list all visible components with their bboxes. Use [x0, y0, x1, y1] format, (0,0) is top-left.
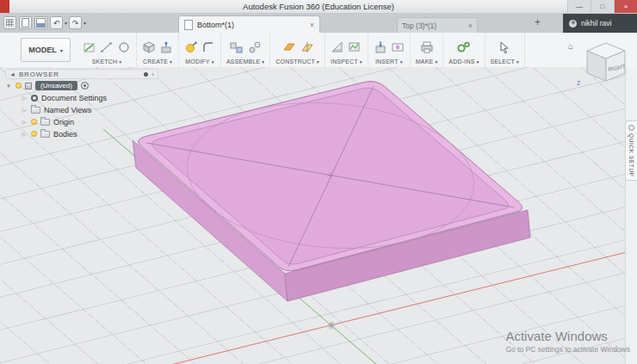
- modify-dropdown[interactable]: MODIFY▾: [185, 59, 213, 65]
- display-dot-icon[interactable]: [144, 72, 148, 77]
- construct-dropdown[interactable]: CONSTRUCT▾: [275, 59, 319, 65]
- chevron-right-icon[interactable]: ›: [152, 71, 154, 78]
- z-axis-label: Z: [577, 80, 580, 86]
- browser-item-named-views[interactable]: ▷ Named Views: [5, 104, 158, 115]
- main-toolbar: MODEL ▾ SKETCH▾ CREATE▾: [0, 33, 637, 68]
- browser-root-row[interactable]: ▼ (Unsaved): [5, 80, 158, 91]
- insert-icon[interactable]: [374, 40, 387, 54]
- item-label[interactable]: Document Settings: [41, 94, 107, 102]
- visibility-bulb-icon[interactable]: [31, 119, 37, 125]
- save-icon[interactable]: [34, 16, 47, 29]
- collapse-icon[interactable]: ◄: [9, 71, 15, 77]
- fillet-icon[interactable]: [201, 40, 215, 54]
- press-pull-icon[interactable]: [184, 40, 198, 54]
- tab-top[interactable]: Top (3)*(1) ×: [397, 17, 478, 33]
- sketch-dropdown[interactable]: SKETCH▾: [92, 59, 122, 65]
- user-account[interactable]: nikhil ravi: [563, 14, 637, 33]
- toolbar-group-insert: INSERT▾: [368, 33, 411, 67]
- circle-tool-icon[interactable]: [117, 40, 131, 54]
- browser-item-document-settings[interactable]: ▷ Document Settings: [5, 92, 158, 103]
- tab-strip: ↶ ▾ ↷ ▾ Bottom*(1) × Top (3)*(1) × + nik…: [0, 14, 637, 33]
- quick-setup-tab[interactable]: QUICK SETUP: [625, 120, 637, 181]
- user-name: nikhil ravi: [581, 19, 611, 28]
- toolbar-group-sketch: SKETCH▾: [77, 33, 137, 67]
- addins-gear-icon[interactable]: [456, 40, 472, 54]
- toolbar-group-make: MAKE▾: [411, 33, 444, 67]
- browser-item-bodies[interactable]: ▷ Bodies: [5, 128, 158, 139]
- item-label[interactable]: Bodies: [53, 130, 77, 139]
- toolbar-group-addins: ADD-INS▾: [443, 33, 485, 67]
- visibility-bulb-icon[interactable]: [31, 131, 37, 137]
- visibility-bulb-icon[interactable]: [15, 83, 22, 89]
- minimize-button[interactable]: —: [567, 0, 591, 13]
- model-viewport[interactable]: ◄ BROWSER › ▼ (Unsaved) ▷ Document Setti…: [0, 67, 637, 364]
- construct-plane-icon[interactable]: [281, 40, 296, 54]
- addins-dropdown[interactable]: ADD-INS▾: [448, 59, 479, 65]
- component-icon: [25, 83, 32, 89]
- assemble-dropdown[interactable]: ASSEMBLE▾: [226, 59, 264, 65]
- decal-icon[interactable]: [391, 40, 405, 54]
- insert-dropdown[interactable]: INSERT▾: [375, 59, 403, 65]
- sketch-icon[interactable]: [83, 40, 96, 54]
- joint-icon[interactable]: [248, 40, 262, 54]
- view-cube[interactable]: ⌂ RIGHT Z: [568, 38, 634, 88]
- chevron-down-icon: ▾: [60, 47, 63, 53]
- browser-item-origin[interactable]: ▷ Origin: [5, 116, 158, 127]
- toolbar-group-select: SELECT▾: [485, 33, 525, 67]
- extrude-icon[interactable]: [159, 40, 173, 54]
- redo-icon[interactable]: ↷: [69, 16, 82, 29]
- maximize-button[interactable]: □: [591, 0, 614, 13]
- tab-top-close-icon[interactable]: ×: [468, 22, 473, 30]
- expand-icon[interactable]: ▼: [5, 83, 12, 89]
- ground-icon[interactable]: [81, 82, 89, 89]
- new-tab-button[interactable]: +: [535, 16, 541, 28]
- redo-caret-icon[interactable]: ▾: [83, 20, 86, 26]
- chevron-down-icon: ▾: [400, 59, 403, 65]
- expand-icon[interactable]: ▷: [21, 131, 28, 137]
- chevron-down-icon: ▾: [477, 59, 479, 65]
- data-panel-icon[interactable]: [3, 16, 16, 29]
- item-label[interactable]: Origin: [53, 118, 74, 126]
- home-icon[interactable]: ⌂: [568, 41, 573, 51]
- chevron-down-icon: ▾: [435, 59, 437, 65]
- create-box-icon[interactable]: [142, 40, 156, 54]
- analysis-icon[interactable]: [348, 40, 362, 54]
- view-cube-glyph[interactable]: RIGHT: [582, 38, 630, 84]
- make-dropdown[interactable]: MAKE▾: [416, 59, 438, 65]
- file-menu-icon[interactable]: [19, 16, 32, 29]
- cursor-icon[interactable]: [498, 40, 511, 54]
- watermark-title: Activate Windows: [505, 329, 630, 343]
- assemble-icon[interactable]: [229, 40, 244, 54]
- tab-bottom-close-icon[interactable]: ×: [310, 21, 314, 29]
- quick-setup-label: QUICK SETUP: [628, 133, 634, 177]
- document-name[interactable]: (Unsaved): [35, 81, 77, 90]
- expand-icon[interactable]: ▷: [21, 95, 28, 101]
- document-icon: [184, 20, 193, 30]
- toolbar-group-assemble: ASSEMBLE▾: [221, 33, 270, 67]
- workspace-selector[interactable]: MODEL ▾: [21, 38, 71, 62]
- construct-axis-icon[interactable]: [300, 40, 315, 54]
- expand-icon[interactable]: ▷: [21, 119, 28, 125]
- inspect-dropdown[interactable]: INSPECT▾: [331, 59, 362, 65]
- tab-bottom[interactable]: Bottom*(1) ×: [178, 15, 320, 33]
- folder-icon: [40, 131, 50, 138]
- create-dropdown[interactable]: CREATE▾: [143, 59, 172, 65]
- line-tool-icon[interactable]: [100, 40, 114, 54]
- undo-icon[interactable]: ↶: [50, 16, 63, 29]
- select-dropdown[interactable]: SELECT▾: [491, 59, 519, 65]
- chevron-down-icon: ▾: [360, 59, 362, 65]
- print-icon[interactable]: [420, 40, 434, 54]
- chevron-down-icon: ▾: [212, 59, 214, 65]
- pin-icon: [628, 125, 634, 131]
- browser-header: ◄ BROWSER ›: [5, 69, 158, 79]
- expand-icon[interactable]: ▷: [21, 107, 28, 113]
- item-label[interactable]: Named Views: [44, 106, 91, 114]
- measure-icon[interactable]: [331, 40, 344, 54]
- close-button[interactable]: ×: [614, 0, 637, 13]
- chevron-down-icon: ▾: [317, 59, 319, 65]
- gear-icon: [31, 95, 38, 102]
- chevron-down-icon: ▾: [170, 59, 172, 65]
- watermark-subtitle: Go to PC settings to activate Windows: [505, 345, 630, 354]
- undo-caret-icon[interactable]: ▾: [65, 20, 67, 26]
- folder-icon: [40, 119, 50, 126]
